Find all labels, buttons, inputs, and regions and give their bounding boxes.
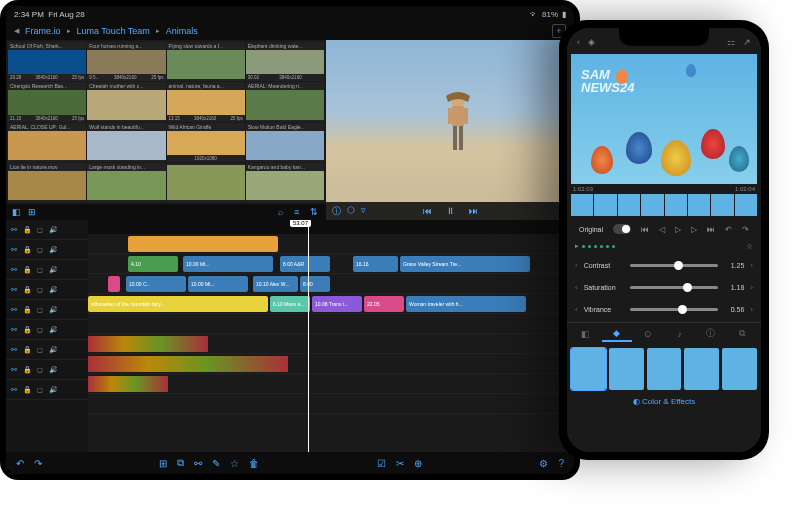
lock-icon[interactable]: 🔒 — [22, 285, 32, 295]
timeline-clip[interactable]: 10.08 Trans t... — [312, 296, 362, 312]
breadcrumb[interactable]: ◀ Frame.io ▸ Luma Touch Team ▸ Animals + — [6, 22, 574, 40]
chevron-left-icon[interactable]: ‹ — [575, 261, 578, 270]
preset-thumb[interactable]: ✓ — [571, 348, 606, 390]
lock-icon[interactable]: 🔒 — [22, 265, 32, 275]
mute-icon[interactable]: 🔊 — [48, 285, 58, 295]
mute-icon[interactable]: 🔊 — [48, 245, 58, 255]
timeline-clip[interactable]: 10.00 Mt... — [183, 256, 273, 272]
timeline-track[interactable]: 4.1010.00 Mt...8.00 A&R16.16Grass Valley… — [88, 254, 574, 274]
media-thumb[interactable]: AERIAL, CLOSE UP: Gol... — [8, 123, 86, 162]
slider-track[interactable] — [630, 308, 719, 311]
timeline-clip[interactable]: 22.05 — [364, 296, 404, 312]
tab-text[interactable]: ⓘ — [696, 325, 725, 342]
visibility-icon[interactable]: ◻ — [35, 245, 45, 255]
breadcrumb-0[interactable]: Frame.io — [25, 26, 61, 36]
media-thumb[interactable]: School Of Fish, Shark...29.293840x216025… — [8, 42, 86, 81]
lock-icon[interactable]: 🔒 — [22, 305, 32, 315]
lock-icon[interactable]: 🔒 — [22, 385, 32, 395]
insert-icon[interactable]: ⊕ — [414, 458, 422, 469]
timeline-track[interactable] — [88, 334, 574, 354]
timeline-clip[interactable]: 16.16 — [353, 256, 398, 272]
tab-more[interactable]: ⧉ — [728, 325, 757, 342]
skip-back-icon[interactable]: ⏮ — [423, 206, 432, 216]
link-icon[interactable]: ⚯ — [9, 385, 19, 395]
lock-icon[interactable]: 🔒 — [22, 345, 32, 355]
skip-fwd-icon[interactable]: ⏭ — [707, 225, 715, 234]
trash-icon[interactable]: 🗑 — [249, 458, 259, 469]
original-toggle[interactable] — [613, 224, 631, 234]
timeline-clip[interactable]: silhouettes of the mountain bicy... — [88, 296, 268, 312]
chevron-left-icon[interactable]: ‹ — [575, 283, 578, 292]
slider-track[interactable] — [630, 286, 719, 289]
step-back-icon[interactable]: ◁ — [659, 225, 665, 234]
media-thumb[interactable]: Slow Motion Bald Eagle... — [246, 123, 324, 162]
media-thumb[interactable]: Lion lie in nature.mov — [8, 163, 86, 202]
media-thumb[interactable]: AERIAL: Meandering ri... — [246, 82, 324, 121]
filter-icon[interactable]: ≡ — [294, 207, 304, 217]
breadcrumb-2[interactable]: Animals — [166, 26, 198, 36]
breadcrumb-1[interactable]: Luma Touch Team — [77, 26, 150, 36]
visibility-icon[interactable]: ◻ — [35, 305, 45, 315]
chevron-left-icon[interactable]: ◀ — [14, 27, 19, 35]
tab-audio[interactable]: ♪ — [665, 325, 694, 342]
phone-preview[interactable]: SAM NEWS24 — [571, 54, 757, 184]
link-icon[interactable]: ⚯ — [194, 458, 202, 469]
back-icon[interactable]: ‹ — [577, 37, 580, 47]
visibility-icon[interactable]: ◻ — [35, 385, 45, 395]
lock-icon[interactable]: 🔒 — [22, 245, 32, 255]
chevron-right-icon[interactable]: › — [750, 283, 753, 292]
chevron-right-icon[interactable]: › — [750, 261, 753, 270]
play-icon[interactable]: ⏸ — [446, 206, 455, 216]
play-icon[interactable]: ▷ — [675, 225, 681, 234]
timeline-clip[interactable]: 6.10 Mass a... — [270, 296, 310, 312]
preset-thumb[interactable] — [609, 348, 644, 390]
timeline-clip[interactable]: 4.10 — [128, 256, 178, 272]
visibility-icon[interactable]: ◻ — [35, 325, 45, 335]
link-icon[interactable]: ⚯ — [9, 345, 19, 355]
undo-icon[interactable]: ↶ — [16, 458, 24, 469]
edit-icon[interactable]: ✎ — [212, 458, 220, 469]
timeline-clip[interactable]: 10.10 Alex W... — [253, 276, 298, 292]
media-thumb[interactable]: Wild African Giraffe1920x1080 — [167, 123, 245, 162]
media-thumb[interactable]: Elephant drinking wate...30.023840x2160 — [246, 42, 324, 81]
undo-icon[interactable]: ↶ — [725, 225, 732, 234]
link-icon[interactable]: ⚯ — [9, 245, 19, 255]
sort-icon[interactable]: ⇅ — [310, 207, 320, 217]
skip-fwd-icon[interactable]: ⏭ — [469, 206, 478, 216]
visibility-icon[interactable]: ◻ — [35, 365, 45, 375]
tracks-area[interactable]: 53.07 4.1010.00 Mt...8.00 A&R16.16Grass … — [88, 220, 574, 452]
time-ruler[interactable] — [88, 220, 574, 234]
help-icon[interactable]: ? — [558, 458, 564, 469]
mute-icon[interactable]: 🔊 — [48, 385, 58, 395]
mute-icon[interactable]: 🔊 — [48, 225, 58, 235]
mute-icon[interactable]: 🔊 — [48, 265, 58, 275]
timeline-track[interactable] — [88, 374, 574, 394]
chevron-left-icon[interactable]: ‹ — [575, 305, 578, 314]
lock-icon[interactable]: 🔒 — [22, 325, 32, 335]
timeline-clip[interactable] — [128, 236, 278, 252]
info-icon[interactable]: ⓘ — [332, 205, 341, 218]
mute-icon[interactable]: 🔊 — [48, 305, 58, 315]
marker-icon[interactable]: ▿ — [361, 205, 366, 218]
link-icon[interactable]: ⚯ — [9, 285, 19, 295]
timeline-clip[interactable]: Woman traveler with h... — [406, 296, 526, 312]
tag-icon[interactable]: ⚏ — [727, 37, 735, 47]
audio-waveform[interactable] — [88, 336, 208, 352]
favorite-icon[interactable]: ☆ — [230, 458, 239, 469]
preset-thumb[interactable] — [722, 348, 757, 390]
shield-icon[interactable]: ⬡ — [347, 205, 355, 218]
timeline-track[interactable] — [88, 394, 574, 414]
section-label[interactable]: ◐ Color & Effects — [567, 394, 761, 409]
settings-icon[interactable]: ⚙ — [539, 458, 548, 469]
media-thumb[interactable]: Flying slow towards a f... — [167, 42, 245, 81]
media-thumb[interactable]: Chengdu Research Bas...21.153840x216025 … — [8, 82, 86, 121]
cut-icon[interactable]: ✂ — [396, 458, 404, 469]
mute-icon[interactable]: 🔊 — [48, 325, 58, 335]
import-icon[interactable]: ⊞ — [28, 207, 38, 217]
timeline-clip[interactable]: 10.00 C... — [126, 276, 186, 292]
link-icon[interactable]: ⚯ — [9, 305, 19, 315]
audio-waveform[interactable] — [88, 356, 288, 372]
skip-back-icon[interactable]: ⏮ — [641, 225, 649, 234]
timeline-track[interactable] — [88, 234, 574, 254]
media-thumb[interactable]: Kangaroo and baby kan... — [246, 163, 324, 202]
